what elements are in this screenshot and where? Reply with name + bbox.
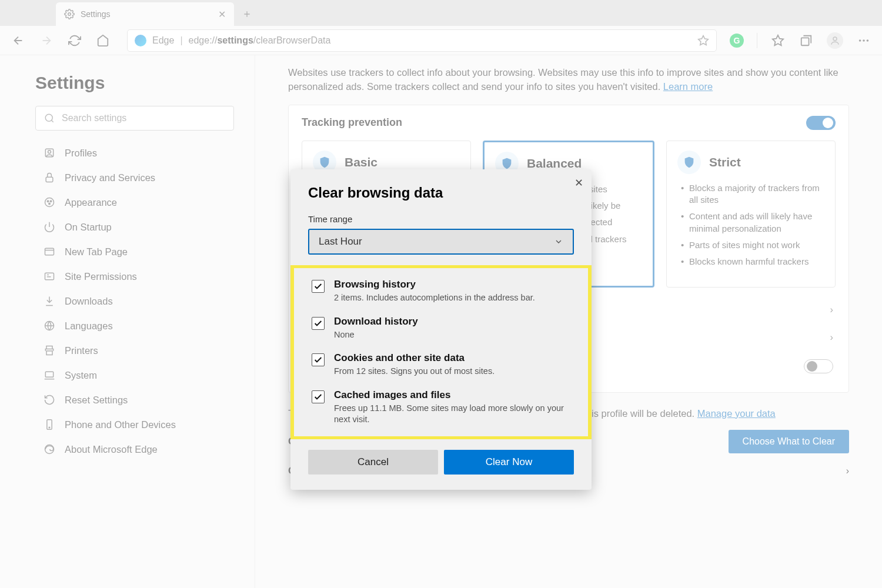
clear-item-title: Cookies and other site data xyxy=(334,352,495,364)
clear-browsing-dialog: ✕ Clear browsing data Time range Last Ho… xyxy=(290,169,592,490)
clear-item-row[interactable]: Browsing history2 items. Includes autoco… xyxy=(312,273,570,310)
clear-item-title: Cached images and files xyxy=(334,389,570,401)
chevron-down-icon xyxy=(554,237,563,246)
checkbox[interactable] xyxy=(312,317,325,330)
clear-now-button[interactable]: Clear Now xyxy=(444,450,574,475)
clear-item-row[interactable]: Download historyNone xyxy=(312,310,570,347)
checkbox[interactable] xyxy=(312,280,325,293)
checkbox[interactable] xyxy=(312,390,325,403)
dialog-title: Clear browsing data xyxy=(308,185,574,201)
cancel-button[interactable]: Cancel xyxy=(308,450,438,475)
checkbox[interactable] xyxy=(312,353,325,366)
clear-item-subtitle: Frees up 11.1 MB. Some sites may load mo… xyxy=(334,403,570,426)
clear-item-title: Download history xyxy=(334,316,418,328)
modal-overlay: ✕ Clear browsing data Time range Last Ho… xyxy=(0,0,882,588)
time-range-label: Time range xyxy=(308,214,574,224)
clear-item-row[interactable]: Cached images and filesFrees up 11.1 MB.… xyxy=(312,383,570,432)
clear-item-title: Browsing history xyxy=(334,279,535,290)
clear-item-row[interactable]: Cookies and other site dataFrom 12 sites… xyxy=(312,346,570,383)
clear-item-subtitle: From 12 sites. Signs you out of most sit… xyxy=(334,366,495,377)
clear-items-list: Browsing history2 items. Includes autoco… xyxy=(290,265,592,439)
dialog-close-button[interactable]: ✕ xyxy=(574,176,583,189)
time-range-select[interactable]: Last Hour xyxy=(308,229,574,255)
clear-item-subtitle: None xyxy=(334,329,418,341)
clear-item-subtitle: 2 items. Includes autocompletions in the… xyxy=(334,292,535,304)
